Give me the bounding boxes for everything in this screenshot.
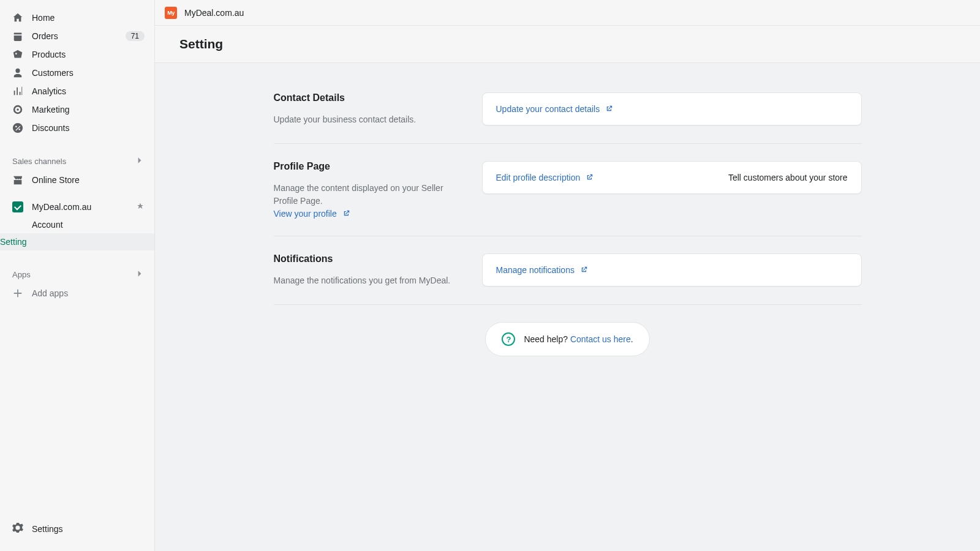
notifications-heading: Notifications xyxy=(274,253,458,264)
apps-header[interactable]: Apps xyxy=(0,264,154,284)
profile-card: Edit profile description Tell customers … xyxy=(482,161,862,194)
discounts-icon xyxy=(12,122,23,133)
notifications-description: Manage the notifications you get from My… xyxy=(274,274,458,287)
sidebar: Home Orders 71 Products Customers Analyt… xyxy=(0,0,155,551)
store-icon xyxy=(12,174,23,186)
sales-channels-header[interactable]: Sales channels xyxy=(0,151,154,171)
channel-mydeal-label: MyDeal.com.au xyxy=(32,202,91,212)
contact-description: Update your business contact details. xyxy=(274,113,458,126)
view-profile-link[interactable]: View your profile xyxy=(274,209,350,219)
orders-badge: 71 xyxy=(126,31,145,41)
nav-analytics[interactable]: Analytics xyxy=(0,82,154,100)
mydeal-app-icon xyxy=(12,201,23,212)
apps-label: Apps xyxy=(12,270,31,279)
external-link-icon xyxy=(586,173,594,182)
nav-customers-label: Customers xyxy=(32,68,74,78)
subnav-account-label: Account xyxy=(32,220,63,230)
subnav-setting[interactable]: Setting xyxy=(0,233,154,250)
notifications-card: Manage notifications xyxy=(482,253,862,287)
edit-profile-link-text: Edit profile description xyxy=(496,173,581,182)
nav-settings[interactable]: Settings xyxy=(0,517,154,551)
analytics-icon xyxy=(12,86,23,97)
nav-products[interactable]: Products xyxy=(0,45,154,64)
nav-marketing-label: Marketing xyxy=(32,105,69,114)
nav-analytics-label: Analytics xyxy=(32,86,66,96)
content-scroll[interactable]: Contact Details Update your business con… xyxy=(155,63,980,551)
channel-online-store-label: Online Store xyxy=(32,175,80,185)
marketing-icon xyxy=(12,104,23,115)
topbar: My MyDeal.com.au xyxy=(155,0,980,26)
mydeal-logo-icon: My xyxy=(165,7,177,19)
external-link-icon xyxy=(343,209,350,219)
channel-online-store[interactable]: Online Store xyxy=(0,171,154,189)
external-link-icon xyxy=(606,104,613,114)
manage-notifications-link[interactable]: Manage notifications xyxy=(496,265,588,275)
help-icon: ? xyxy=(502,332,515,346)
help-box: ? Need help? Contact us here. xyxy=(485,322,649,356)
page-header: Setting xyxy=(155,26,980,63)
update-contact-link[interactable]: Update your contact details xyxy=(496,104,614,114)
nav-home-label: Home xyxy=(32,13,55,23)
nav-discounts-label: Discounts xyxy=(32,123,69,133)
nav-home[interactable]: Home xyxy=(0,9,154,27)
profile-description: Manage the content displayed on your Sel… xyxy=(274,182,458,208)
subnav-setting-label: Setting xyxy=(0,237,27,247)
nav-discounts[interactable]: Discounts xyxy=(0,119,154,137)
chevron-right-icon xyxy=(135,269,145,280)
edit-profile-link[interactable]: Edit profile description xyxy=(496,173,594,182)
nav-customers[interactable]: Customers xyxy=(0,64,154,82)
profile-heading: Profile Page xyxy=(274,161,458,172)
channel-mydeal[interactable]: MyDeal.com.au xyxy=(0,198,154,216)
section-contact: Contact Details Update your business con… xyxy=(274,75,862,144)
view-profile-link-text: View your profile xyxy=(274,209,337,219)
contact-us-link[interactable]: Contact us here xyxy=(570,334,631,344)
nav-orders[interactable]: Orders 71 xyxy=(0,27,154,45)
nav-marketing[interactable]: Marketing xyxy=(0,100,154,119)
chevron-right-icon xyxy=(135,156,145,167)
contact-card: Update your contact details xyxy=(482,92,862,126)
nav-settings-label: Settings xyxy=(32,524,63,534)
nav-products-label: Products xyxy=(32,50,66,59)
update-contact-link-text: Update your contact details xyxy=(496,104,600,114)
subnav-account[interactable]: Account xyxy=(32,216,154,233)
orders-icon xyxy=(12,31,23,42)
home-icon xyxy=(12,12,23,23)
topbar-title: MyDeal.com.au xyxy=(184,8,244,18)
customers-icon xyxy=(12,67,23,78)
manage-notifications-link-text: Manage notifications xyxy=(496,265,575,275)
page-title: Setting xyxy=(179,37,968,51)
section-notifications: Notifications Manage the notifications y… xyxy=(274,236,862,305)
sales-channels-label: Sales channels xyxy=(12,157,66,166)
pin-icon[interactable] xyxy=(136,202,145,212)
products-icon xyxy=(12,49,23,60)
plus-icon xyxy=(12,288,23,299)
profile-card-text: Tell customers about your store xyxy=(728,173,848,182)
section-profile: Profile Page Manage the content displaye… xyxy=(274,144,862,236)
main: My MyDeal.com.au Setting Contact Details… xyxy=(155,0,980,551)
help-suffix: . xyxy=(631,334,633,344)
help-prefix: Need help? xyxy=(524,334,570,344)
nav-orders-label: Orders xyxy=(32,31,58,41)
gear-icon xyxy=(12,522,23,535)
external-link-icon xyxy=(581,265,588,275)
add-apps-label: Add apps xyxy=(32,288,68,298)
add-apps[interactable]: Add apps xyxy=(0,284,154,302)
contact-heading: Contact Details xyxy=(274,92,458,103)
